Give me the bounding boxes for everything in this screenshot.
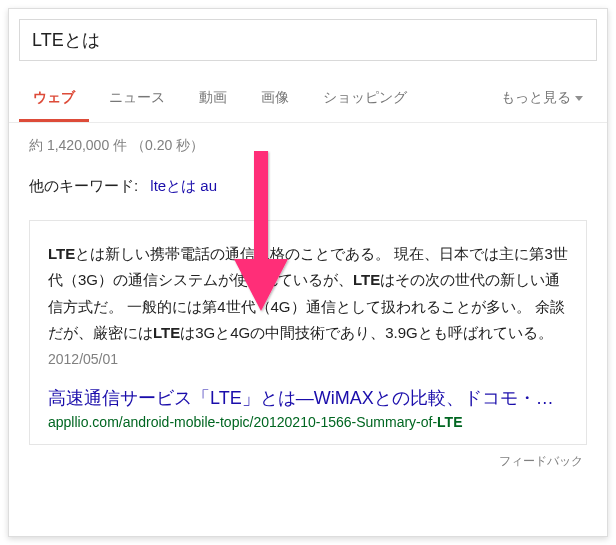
tab-more[interactable]: もっと見る <box>487 75 597 122</box>
answer-date: 2012/05/01 <box>48 351 118 367</box>
results-body: 約 1,420,000 件 （0.20 秒） 他のキーワード: lteとは au… <box>9 123 607 480</box>
search-input[interactable]: LTEとは <box>19 19 597 61</box>
related-keywords: 他のキーワード: lteとは au <box>29 177 587 196</box>
search-results-frame: LTEとは ウェブ ニュース 動画 画像 ショッピング もっと見る 約 1,42… <box>8 8 608 537</box>
snippet-bold: LTE <box>353 271 380 288</box>
related-link[interactable]: lteとは au <box>150 177 217 194</box>
tab-shopping[interactable]: ショッピング <box>309 75 421 122</box>
search-tabs: ウェブ ニュース 動画 画像 ショッピング もっと見る <box>9 75 607 123</box>
snippet-bold: LTE <box>153 324 180 341</box>
related-label: 他のキーワード: <box>29 177 138 194</box>
tab-image[interactable]: 画像 <box>247 75 303 122</box>
tab-news[interactable]: ニュース <box>95 75 179 122</box>
chevron-down-icon <box>575 96 583 101</box>
tab-video[interactable]: 動画 <box>185 75 241 122</box>
answer-snippet: LTEとは新しい携帯電話の通信規格のことである。 現在、日本では主に第3世代（3… <box>48 241 568 372</box>
result-stats: 約 1,420,000 件 （0.20 秒） <box>29 137 587 155</box>
snippet-bold: LTE <box>48 245 75 262</box>
result-title: 高速通信サービス「LTE」とは―WiMAXとの比較、ドコモ・… <box>48 386 568 410</box>
answer-box: LTEとは新しい携帯電話の通信規格のことである。 現在、日本では主に第3世代（3… <box>29 220 587 445</box>
result-title-link[interactable]: 高速通信サービス「LTE」とは―WiMAXとの比較、ドコモ・… <box>48 386 568 410</box>
tab-more-label: もっと見る <box>501 89 571 107</box>
result-url: appllio.com/android-mobile-topic/2012021… <box>48 414 568 430</box>
tab-web[interactable]: ウェブ <box>19 75 89 122</box>
feedback-link[interactable]: フィードバック <box>29 453 587 470</box>
